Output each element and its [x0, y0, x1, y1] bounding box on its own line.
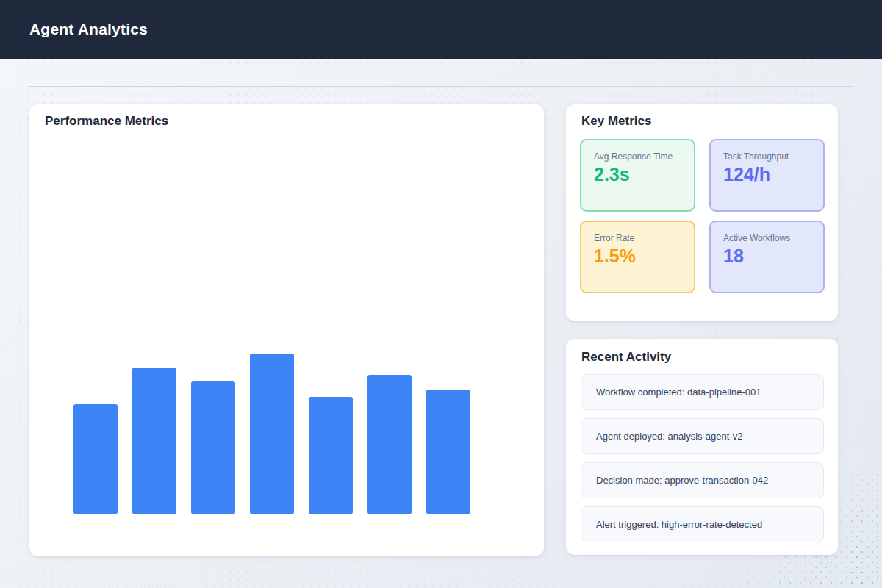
metric-label: Task Throughput [723, 151, 811, 162]
metric-label: Active Workflows [723, 233, 811, 243]
metric-tile-task-throughput: Task Throughput 124/h [709, 139, 825, 212]
metric-value: 18 [723, 245, 811, 267]
app-header: Agent Analytics [0, 0, 882, 59]
metric-tiles-grid: Avg Response Time 2.3s Task Throughput 1… [580, 139, 825, 293]
metric-tile-error-rate: Error Rate 1.5% [580, 220, 695, 293]
chart-bar [250, 354, 294, 514]
performance-metrics-card: Performance Metrics [29, 104, 544, 556]
performance-metrics-title: Performance Metrics [45, 114, 168, 129]
activity-list: Workflow completed: data-pipeline-001 Ag… [581, 374, 824, 542]
metric-value: 1.5% [594, 245, 681, 267]
chart-bar [309, 397, 353, 514]
metric-label: Error Rate [594, 233, 681, 243]
recent-activity-card: Recent Activity Workflow completed: data… [566, 339, 838, 555]
chart-bar [74, 404, 118, 514]
recent-activity-title: Recent Activity [581, 350, 671, 365]
chart-bar [426, 390, 470, 514]
metric-value: 124/h [723, 164, 811, 185]
metric-tile-avg-response-time: Avg Response Time 2.3s [580, 139, 695, 212]
bar-chart [74, 354, 470, 514]
content-divider [29, 86, 853, 87]
chart-bar [191, 381, 235, 514]
metric-value: 2.3s [594, 164, 681, 185]
app-title: Agent Analytics [29, 21, 148, 38]
chart-bar [368, 375, 412, 514]
metric-tile-active-workflows: Active Workflows 18 [709, 220, 825, 293]
metric-label: Avg Response Time [594, 151, 681, 162]
key-metrics-title: Key Metrics [581, 114, 651, 129]
activity-list-item: Agent deployed: analysis-agent-v2 [581, 418, 824, 454]
key-metrics-card: Key Metrics Avg Response Time 2.3s Task … [566, 104, 838, 321]
activity-list-item: Workflow completed: data-pipeline-001 [581, 374, 824, 410]
activity-list-item: Decision made: approve-transaction-042 [581, 462, 824, 498]
activity-list-item: Alert triggered: high-error-rate-detecte… [581, 506, 824, 542]
chart-bar [132, 368, 176, 514]
